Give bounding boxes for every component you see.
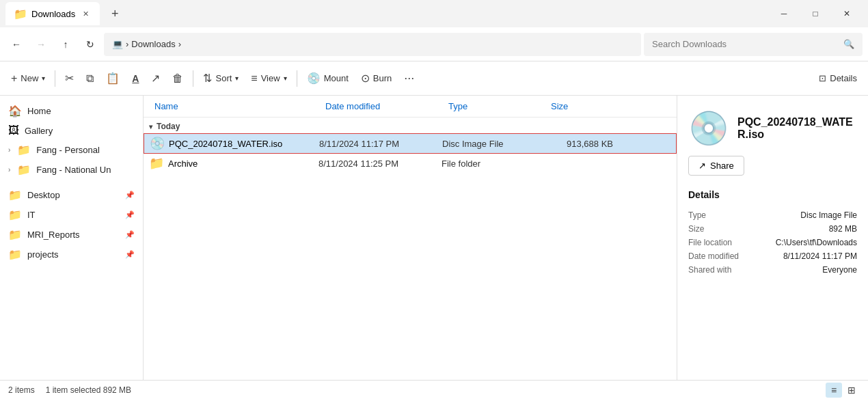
burn-button[interactable]: ⊙ Burn xyxy=(355,67,397,90)
pin-icon: 📌 xyxy=(125,191,135,200)
mount-label: Mount xyxy=(324,73,349,83)
file-type: Disc Image File xyxy=(442,139,545,149)
title-bar: 📁 Downloads ✕ + ─ □ ✕ xyxy=(0,0,868,27)
file-name: PQC_20240718_WATER.iso xyxy=(169,139,319,149)
detail-label: Size xyxy=(688,224,704,234)
sidebar-item-label: IT xyxy=(27,210,36,220)
share-label-panel: Share xyxy=(710,161,734,171)
forward-button[interactable]: → xyxy=(30,33,52,55)
details-rows: TypeDisc Image FileSize892 MBFile locati… xyxy=(688,208,857,277)
detail-filename: PQC_20240718_WATER.iso xyxy=(737,116,857,141)
sidebar-item-label: Home xyxy=(27,106,51,116)
selected-info: 1 item selected 892 MB xyxy=(46,385,131,395)
toolbar-separator-3 xyxy=(297,70,297,87)
address-bar: ← → ↑ ↻ 💻 › Downloads › Search Downloads… xyxy=(0,27,868,61)
search-placeholder-text: Search Downloads xyxy=(652,39,727,49)
back-button[interactable]: ← xyxy=(5,33,27,55)
detail-value: Everyone xyxy=(822,265,857,275)
sidebar-item-it[interactable]: 📁 IT 📌 xyxy=(0,205,143,225)
sidebar-item-fang-national[interactable]: › 📁 Fang - National Un xyxy=(0,160,143,180)
details-label: Details xyxy=(830,73,857,83)
view-button[interactable]: ≡ View ▾ xyxy=(245,67,292,90)
burn-label: Burn xyxy=(373,73,392,83)
sidebar-item-fang-personal[interactable]: › 📁 Fang - Personal xyxy=(0,140,143,160)
detail-value: C:\Users\tf\Downloads xyxy=(776,238,857,247)
table-row[interactable]: 💿 PQC_20240718_WATER.iso 8/11/2024 11:17… xyxy=(144,133,677,154)
file-date: 8/11/2024 11:17 PM xyxy=(319,139,442,149)
detail-row: Shared withEveryone xyxy=(688,263,857,277)
new-dropdown-icon: ▾ xyxy=(42,74,45,82)
delete-icon: 🗑 xyxy=(172,72,183,85)
sidebar-item-gallery[interactable]: 🖼 Gallery xyxy=(0,121,143,140)
folder-icon: 📁 xyxy=(8,208,22,221)
cut-icon: ✂ xyxy=(65,72,74,85)
sidebar-item-desktop[interactable]: 📁 Desktop 📌 xyxy=(0,185,143,205)
column-header: Name Date modified Type Size xyxy=(144,96,677,118)
details-section-title: Details xyxy=(688,189,857,200)
detail-label: Shared with xyxy=(688,265,731,275)
new-button[interactable]: + New ▾ xyxy=(5,67,51,90)
sort-dropdown-icon: ▾ xyxy=(235,74,239,82)
column-name[interactable]: Name xyxy=(149,98,320,114)
cut-button[interactable]: ✂ xyxy=(59,67,79,90)
details-panel: 💿 PQC_20240718_WATER.iso ↗ Share Details… xyxy=(677,96,868,380)
copy-icon: ⧉ xyxy=(86,72,94,85)
details-button[interactable]: ⊡ Details xyxy=(813,67,863,90)
sidebar-item-projects[interactable]: 📁 projects 📌 xyxy=(0,245,143,264)
folder-icon: 📁 xyxy=(8,228,22,241)
file-size: 913,688 KB xyxy=(545,139,613,149)
detail-value: Disc Image File xyxy=(800,210,857,220)
paste-button[interactable]: 📋 xyxy=(100,67,125,90)
minimize-button[interactable]: ─ xyxy=(768,3,800,24)
copy-button[interactable]: ⧉ xyxy=(81,67,99,90)
sidebar-item-home[interactable]: 🏠 Home xyxy=(0,101,143,121)
more-button[interactable]: ··· xyxy=(398,67,420,90)
sort-button[interactable]: ⇅ Sort ▾ xyxy=(198,67,244,90)
share-button-panel[interactable]: ↗ Share xyxy=(688,156,744,176)
sidebar-item-mri-reports[interactable]: 📁 MRI_Reports 📌 xyxy=(0,225,143,245)
sidebar-divider xyxy=(0,180,143,185)
mount-button[interactable]: 💿 Mount xyxy=(301,67,354,90)
maximize-button[interactable]: □ xyxy=(800,3,831,24)
column-date-modified[interactable]: Date modified xyxy=(320,98,443,114)
window-controls: ─ □ ✕ xyxy=(768,3,863,24)
column-type[interactable]: Type xyxy=(443,98,545,114)
sidebar: 🏠 Home 🖼 Gallery › 📁 Fang - Personal › 📁… xyxy=(0,96,144,380)
breadcrumb-separator1: › xyxy=(126,39,128,49)
toolbar-separator-2 xyxy=(193,70,193,87)
folder-icon: 📁 xyxy=(17,143,31,156)
sidebar-item-label: Fang - National Un xyxy=(36,165,111,175)
sidebar-item-label: MRI_Reports xyxy=(27,230,80,240)
folder-icon: 📁 xyxy=(8,189,22,202)
breadcrumb-computer-icon: 💻 xyxy=(112,39,123,49)
share-button[interactable]: ↗ xyxy=(146,67,165,90)
group-chevron-icon[interactable]: ▾ xyxy=(149,123,152,130)
file-name: Archive xyxy=(168,159,318,169)
window-close-button[interactable]: ✕ xyxy=(831,3,863,24)
disc-image-icon: 💿 xyxy=(150,136,165,151)
group-header-today: ▾ Today xyxy=(144,118,677,133)
up-button[interactable]: ↑ xyxy=(55,33,77,55)
file-type: File folder xyxy=(442,159,544,169)
breadcrumb[interactable]: 💻 › Downloads › xyxy=(104,33,641,56)
status-view-buttons: ≡ ⊞ xyxy=(826,383,860,398)
pin-icon: 📌 xyxy=(125,210,135,219)
view-icon: ≡ xyxy=(251,72,257,85)
close-tab-button[interactable]: ✕ xyxy=(79,8,92,20)
search-box[interactable]: Search Downloads 🔍 xyxy=(644,33,863,56)
refresh-button[interactable]: ↻ xyxy=(79,33,101,55)
status-bar: 2 items 1 item selected 892 MB ≡ ⊞ xyxy=(0,380,868,399)
grid-view-button[interactable]: ⊞ xyxy=(843,383,860,398)
pin-icon: 📌 xyxy=(125,230,135,239)
rename-button[interactable]: A xyxy=(126,67,144,90)
column-size[interactable]: Size xyxy=(545,98,614,114)
list-view-button[interactable]: ≡ xyxy=(826,383,842,398)
add-tab-button[interactable]: + xyxy=(105,4,124,23)
table-row[interactable]: 📁 Archive 8/11/2024 11:25 PM File folder xyxy=(144,154,677,173)
tab-downloads[interactable]: 📁 Downloads ✕ xyxy=(5,2,100,25)
new-label: New xyxy=(21,73,38,83)
delete-button[interactable]: 🗑 xyxy=(167,67,189,90)
chevron-icon: › xyxy=(8,166,10,174)
detail-row: Size892 MB xyxy=(688,222,857,236)
mount-icon: 💿 xyxy=(307,72,321,85)
